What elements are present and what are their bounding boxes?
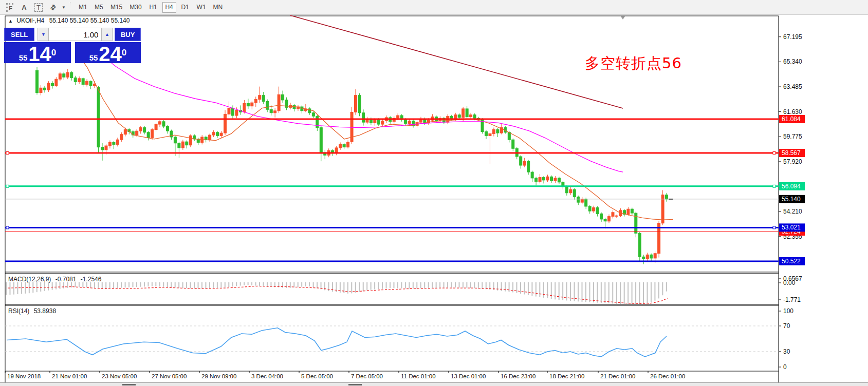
candle [654, 254, 656, 258]
candle [408, 121, 411, 124]
dropdown-caret-icon[interactable]: ▼ [62, 5, 66, 10]
candle [600, 214, 603, 219]
candle [282, 94, 284, 100]
buy-button[interactable]: BUY [115, 28, 141, 41]
date-label: 29 Nov 09:00 [201, 373, 236, 379]
candle [550, 177, 552, 181]
candle [485, 131, 487, 136]
candle [627, 209, 630, 214]
line-handle[interactable] [6, 151, 9, 154]
candle [642, 257, 645, 259]
font-label-icon[interactable]: A [17, 2, 31, 13]
candle [231, 108, 234, 115]
candle [36, 70, 39, 92]
sell-price-big: 14 [28, 45, 51, 63]
candle [74, 78, 77, 82]
scroll-mark [122, 384, 136, 385]
candle [608, 217, 611, 221]
timeframe-button-M30[interactable]: M30 [127, 2, 144, 13]
candle [397, 115, 399, 118]
candle [301, 107, 303, 111]
candle [43, 88, 46, 90]
candle [343, 144, 345, 147]
candle [147, 132, 150, 138]
timeframe-button-H4[interactable]: H4 [162, 2, 176, 13]
toolbar-separator [70, 2, 71, 12]
timeframe-button-M1[interactable]: M1 [76, 2, 90, 13]
date-label: 19 Nov 2018 [7, 373, 41, 379]
line-handle[interactable] [6, 185, 9, 187]
candle [151, 130, 154, 138]
candle [70, 72, 73, 78]
descending-trendline[interactable] [290, 15, 623, 108]
price-tag-label: 53.021 [782, 224, 801, 231]
lot-decrease-button[interactable]: ▼ [38, 28, 49, 41]
chart-scroll-strip[interactable] [0, 382, 868, 386]
date-label: 18 Dec 21:00 [549, 373, 584, 379]
candle [355, 95, 357, 112]
timeframe-button-MN[interactable]: MN [211, 2, 226, 13]
candle [489, 133, 491, 136]
text-tool-icon[interactable]: T [32, 2, 45, 13]
candle [159, 122, 161, 124]
date-label: 21 Dec 01:00 [600, 373, 635, 379]
line-handle[interactable] [773, 226, 775, 229]
candle [546, 177, 549, 180]
price-tick-label: 61.630 [783, 108, 802, 115]
macd-axis-label: 0.00 [783, 279, 796, 286]
collapse-arrow-icon[interactable]: ▲ [8, 18, 13, 24]
candle [258, 95, 261, 100]
timeframe-button-H1[interactable]: H1 [146, 2, 160, 13]
timeframe-button-M15[interactable]: M15 [108, 2, 125, 13]
line-handle[interactable] [6, 226, 9, 229]
line-handle[interactable] [773, 151, 775, 154]
price-tag-label: 61.084 [782, 115, 801, 123]
macd-axis-label: -1.771 [783, 296, 801, 303]
candle [577, 197, 580, 202]
candle [527, 161, 530, 172]
date-label: 5 Dec 05:00 [301, 373, 333, 379]
lot-size-input[interactable] [49, 28, 101, 41]
timeframe-button-D1[interactable]: D1 [178, 2, 192, 13]
candle [220, 133, 223, 136]
candle [339, 144, 342, 148]
candle [251, 103, 253, 106]
buy-price-display[interactable]: 55 24 0 [75, 42, 141, 63]
chart-annotation-text[interactable]: 多空转折点56 [585, 53, 682, 74]
chart-shift-marker-icon[interactable] [621, 16, 625, 20]
ma-fast-line [77, 53, 673, 220]
price-tag-label: 56.094 [782, 183, 801, 190]
candle [554, 178, 557, 181]
candle [458, 115, 460, 118]
candle [270, 109, 272, 113]
candle [631, 209, 633, 213]
timeframe-button-W1[interactable]: W1 [194, 2, 209, 13]
candle [492, 130, 495, 134]
candle [274, 111, 276, 113]
date-label: 3 Dec 04:00 [251, 373, 283, 379]
candle [55, 79, 58, 86]
sell-price-display[interactable]: 55 14 0 [4, 42, 71, 63]
lot-increase-button[interactable]: ▲ [101, 28, 113, 41]
line-handle[interactable] [773, 185, 775, 187]
scroll-mark [348, 384, 362, 385]
sell-button[interactable]: SELL [4, 28, 34, 41]
price-tag-label: 50.522 [782, 258, 801, 265]
candle [316, 116, 319, 127]
candle [86, 81, 88, 85]
candle [82, 79, 84, 85]
timeframe-button-M5[interactable]: M5 [92, 2, 106, 13]
candle [470, 115, 472, 117]
candle [216, 132, 219, 136]
price-tick-label: 65.340 [783, 58, 802, 65]
candle [508, 132, 510, 140]
buy-price-prefix: 55 [89, 53, 98, 63]
candle [381, 121, 384, 125]
candle [78, 79, 81, 82]
price-tick-label: 57.920 [783, 158, 802, 165]
candle [473, 115, 476, 119]
candle [539, 178, 541, 182]
grid-f-icon[interactable]: F [3, 2, 16, 13]
rsi-line [7, 328, 667, 357]
cursor-arrows-icon[interactable]: ⇄ [44, 0, 62, 16]
